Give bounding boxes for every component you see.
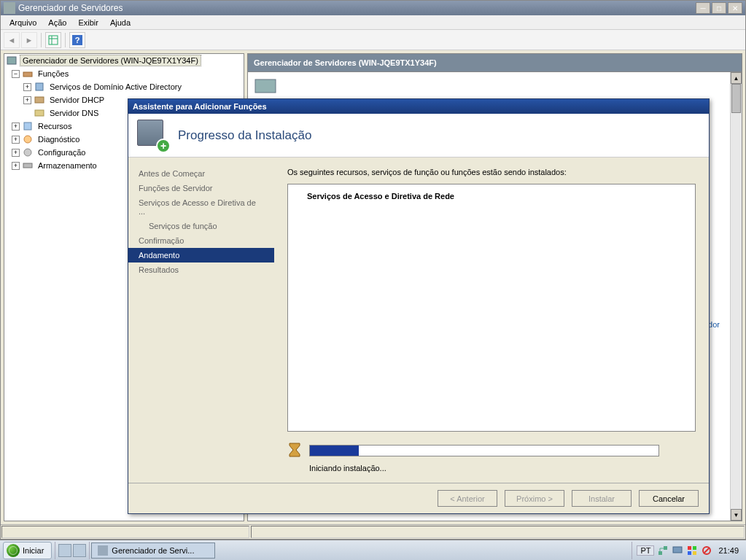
wizard-step-role-services[interactable]: Serviços de função (128, 219, 274, 233)
menu-ajuda[interactable]: Ajuda (104, 17, 136, 28)
maximize-button[interactable]: □ (712, 2, 726, 14)
svg-rect-10 (24, 122, 31, 130)
quick-launch-desktop[interactable] (58, 544, 71, 557)
partial-link-text[interactable]: dor (708, 320, 720, 329)
task-label: Gerenciador de Servi... (112, 546, 194, 555)
scroll-down-button[interactable]: ▼ (731, 509, 742, 521)
wizard-step-confirm[interactable]: Confirmação (128, 233, 274, 248)
install-item: Serviços de Acesso e Diretiva de Rede (297, 190, 686, 202)
svg-rect-0 (49, 36, 58, 44)
expand-toggle[interactable]: + (12, 136, 20, 144)
svg-rect-14 (255, 79, 276, 93)
cancel-button[interactable]: Cancelar (639, 490, 699, 507)
expand-toggle[interactable]: − (12, 70, 20, 78)
language-indicator[interactable]: PT (637, 545, 654, 556)
menu-acao[interactable]: Ação (42, 17, 72, 28)
scroll-up-button[interactable]: ▲ (731, 72, 742, 84)
vertical-scrollbar[interactable]: ▲ ▼ (730, 72, 742, 521)
nav-forward-button: ► (21, 32, 37, 48)
back-button: < Anterior (438, 490, 497, 507)
toolbar-view-button[interactable] (45, 32, 61, 48)
wizard-step-roles[interactable]: Funções de Servidor (128, 181, 274, 195)
toolbar: ◄ ► ? (1, 30, 745, 50)
adds-icon (34, 81, 45, 93)
wizard-step-nps[interactable]: Serviços de Acesso e Diretiva de ... (128, 195, 274, 219)
install-status: Iniciando instalação... (287, 464, 696, 472)
next-button: Próximo > (505, 490, 564, 507)
svg-point-12 (24, 149, 31, 156)
quick-launch-explorer[interactable] (73, 544, 86, 557)
dhcp-icon (34, 94, 45, 106)
tray-monitor-icon[interactable] (672, 545, 683, 556)
wizard-content: Os seguintes recursos, serviços de funçã… (274, 158, 709, 483)
windows-orb-icon (7, 544, 20, 557)
nav-back-button: ◄ (4, 32, 20, 48)
svg-rect-18 (688, 546, 691, 550)
window-title: Gerenciador de Servidores (18, 3, 696, 13)
wizard-step-before[interactable]: Antes de Começar (128, 166, 274, 181)
expand-toggle[interactable]: + (23, 83, 31, 91)
expand-toggle[interactable]: + (12, 149, 20, 157)
features-icon (22, 120, 34, 132)
tree-funcoes[interactable]: − Funções (4, 67, 244, 80)
tray-network-icon[interactable] (657, 545, 669, 556)
menu-exibir[interactable]: Exibir (72, 17, 104, 28)
svg-rect-5 (7, 57, 16, 64)
wizard-header: + Progresso da Instalação (128, 114, 709, 158)
tray-blocked-icon[interactable] (701, 545, 712, 556)
statusbar (1, 524, 745, 539)
system-tray: PT 21:49 (632, 542, 746, 559)
roles-icon (22, 68, 34, 79)
wizard-header-icon: + (137, 120, 169, 152)
add-roles-wizard: Assistente para Adicionar Funções + Prog… (128, 98, 710, 514)
svg-rect-13 (23, 163, 32, 168)
svg-text:?: ? (75, 36, 80, 44)
install-progressbar (309, 445, 659, 456)
toolbar-help-button[interactable]: ? (69, 32, 85, 48)
scroll-thumb[interactable] (731, 84, 741, 113)
wizard-step-progress[interactable]: Andamento (128, 248, 274, 262)
taskbar: Iniciar Gerenciador de Servi... PT 21:49 (0, 540, 746, 560)
plus-badge-icon: + (156, 139, 171, 153)
menubar: Arquivo Ação Exibir Ajuda (1, 15, 745, 30)
start-label: Iniciar (23, 546, 44, 555)
taskbar-item-server-manager[interactable]: Gerenciador de Servi... (91, 542, 215, 559)
svg-rect-7 (36, 83, 43, 90)
configuration-icon (22, 147, 34, 158)
close-button[interactable]: ✕ (728, 2, 742, 14)
server-large-icon (254, 78, 277, 96)
task-app-icon (98, 545, 108, 556)
expand-toggle[interactable]: + (12, 122, 20, 131)
titlebar[interactable]: Gerenciador de Servidores ─ □ ✕ (1, 1, 745, 15)
svg-rect-15 (658, 551, 662, 555)
svg-rect-21 (693, 551, 696, 555)
hourglass-icon (287, 442, 302, 459)
tray-windows-icon[interactable] (686, 545, 698, 556)
tree-root[interactable]: Gerenciador de Servidores (WIN-JQE9TX1Y3… (4, 54, 244, 67)
wizard-footer: < Anterior Próximo > Instalar Cancelar (128, 483, 709, 513)
app-icon (4, 2, 15, 14)
taskbar-clock[interactable]: 21:49 (715, 546, 742, 555)
menu-arquivo[interactable]: Arquivo (4, 17, 42, 28)
start-button[interactable]: Iniciar (3, 542, 52, 559)
content-header: Gerenciador de Servidores (WIN-JQE9TX1Y3… (247, 53, 742, 72)
dns-icon (34, 107, 45, 119)
quick-launch (55, 542, 90, 559)
minimize-button[interactable]: ─ (696, 2, 710, 14)
svg-line-23 (704, 548, 710, 553)
wizard-message: Os seguintes recursos, serviços de funçã… (287, 168, 696, 176)
svg-rect-8 (35, 97, 44, 103)
progress-fill (310, 446, 359, 456)
expand-toggle[interactable]: + (23, 96, 31, 104)
wizard-titlebar[interactable]: Assistente para Adicionar Funções (128, 99, 709, 114)
svg-rect-9 (35, 110, 44, 116)
tree-adds[interactable]: + Serviços de Domínio Active Directory (4, 80, 244, 93)
wizard-step-results[interactable]: Resultados (128, 262, 274, 277)
svg-point-11 (24, 136, 31, 143)
expand-toggle[interactable]: + (12, 162, 20, 170)
table-icon (48, 35, 58, 45)
svg-rect-17 (673, 547, 682, 553)
svg-rect-6 (23, 72, 32, 77)
install-button: Instalar (572, 490, 632, 507)
diagnostics-icon (22, 133, 34, 145)
